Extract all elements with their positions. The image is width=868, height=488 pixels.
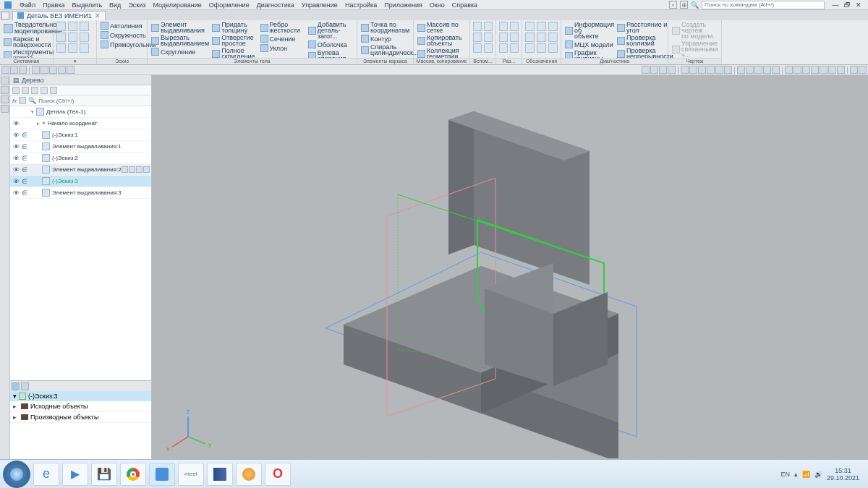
toolbar-icon[interactable] [707, 66, 715, 74]
dim-icon[interactable] [510, 22, 519, 31]
tree-item-extrude3[interactable]: 👁∈ Элемент выдавливания:3 [10, 187, 151, 199]
dim-icon[interactable] [499, 22, 508, 31]
taskbar-opera[interactable]: O [265, 463, 291, 486]
toolbar-icon[interactable] [715, 66, 723, 74]
camera-icon[interactable]: ◎ [680, 1, 688, 9]
menu-help[interactable]: Справка [450, 1, 480, 9]
rail-icon[interactable] [1, 105, 9, 113]
tree-tool-icon[interactable] [22, 87, 29, 94]
draft-button[interactable]: Уклон [259, 43, 307, 53]
menu-modeling[interactable]: Моделирование [150, 1, 203, 9]
annot-icon[interactable] [525, 22, 535, 31]
taskbar-meet[interactable]: meet [178, 463, 204, 486]
save-icon[interactable] [80, 22, 89, 31]
menu-view[interactable]: Вид [107, 1, 123, 9]
toolbar-icon[interactable] [737, 66, 745, 74]
spiral-button[interactable]: Спираль цилиндрическ... [359, 43, 411, 56]
frame-surfaces-button[interactable]: Каркас и поверхности [2, 35, 51, 48]
windows-taskbar[interactable]: e ▶ 💾 meet O EN ▴ 📶 🔊 15:31 29.10.2021 [0, 459, 868, 488]
toolbar-icon[interactable] [802, 66, 810, 74]
undo-icon[interactable] [56, 33, 66, 42]
start-button[interactable] [3, 461, 30, 488]
mini-icon[interactable] [122, 166, 128, 173]
aux-icon[interactable] [473, 22, 482, 31]
toolbar-icon[interactable] [772, 66, 780, 74]
thicken-button[interactable]: Придать толщину [210, 21, 258, 34]
toolbar-icon[interactable] [859, 66, 867, 74]
taskbar-chrome[interactable] [120, 463, 146, 486]
object-info-button[interactable]: Информация об объекте [563, 21, 616, 40]
annot-icon[interactable] [548, 22, 558, 31]
tree-tool-icon[interactable] [50, 87, 57, 94]
document-tab[interactable]: Деталь БЕЗ ИМЕНИ1 ✕ [12, 11, 106, 20]
command-search[interactable] [702, 1, 825, 9]
toolbar-icon[interactable] [763, 66, 771, 74]
mini-icon[interactable] [136, 166, 142, 173]
redo-icon[interactable] [68, 33, 77, 42]
rail-icon[interactable] [1, 95, 9, 103]
open-icon[interactable] [68, 22, 77, 31]
minimize-button[interactable]: — [830, 1, 841, 9]
autoline-button[interactable]: Автолиния [99, 21, 145, 30]
menu-window[interactable]: Окно [427, 1, 447, 9]
menu-file[interactable]: Файл [17, 1, 38, 9]
prop-row-derived[interactable]: ▸Производные объекты [10, 412, 151, 423]
menu-sketch[interactable]: Эскиз [126, 1, 148, 9]
rib-button[interactable]: Ребро жесткости [259, 21, 307, 34]
fx-icon[interactable]: fx [12, 98, 17, 104]
toolbar-icon[interactable] [32, 66, 40, 74]
layout-icon[interactable]: ▫ [669, 1, 677, 9]
fillet-button[interactable]: Скругление [150, 47, 210, 56]
tree-root[interactable]: ▾ Деталь (Тел-1) [10, 106, 151, 118]
toolbar-icon[interactable] [642, 66, 650, 74]
clock[interactable]: 15:31 29.10.2021 [827, 467, 859, 481]
menu-settings[interactable]: Настройка [343, 1, 379, 9]
toolbar-icon[interactable] [67, 66, 75, 74]
toolbar-icon[interactable] [698, 66, 706, 74]
annot-icon[interactable] [548, 43, 558, 53]
new-icon[interactable] [56, 22, 66, 31]
distance-button[interactable]: Расстояние и угол [616, 21, 675, 34]
solid-modeling-button[interactable]: Твердотельное моделирование [2, 21, 51, 35]
tree-tool-icon[interactable] [31, 87, 38, 94]
close-button[interactable]: ✕ [854, 1, 864, 9]
taskbar-ie[interactable]: e [33, 463, 59, 486]
menu-diag[interactable]: Диагностика [255, 1, 297, 9]
menu-select[interactable]: Выделить [70, 1, 105, 9]
volume-icon[interactable]: 🔊 [814, 471, 822, 478]
toolbar-icon[interactable] [49, 66, 57, 74]
toolbar-icon[interactable] [41, 66, 48, 74]
cut-extrude-button[interactable]: Вырезать выдавливанием [150, 34, 210, 47]
tree-item-sketch2[interactable]: 👁∈ (-)Эскиз:2 [10, 153, 151, 164]
prop-tab[interactable] [12, 382, 20, 390]
toolbar-icon[interactable] [837, 66, 845, 74]
mini-icon[interactable] [143, 166, 150, 173]
tree-item-extrude2[interactable]: 👁∈ Элемент выдавливания:2 [10, 164, 151, 176]
menu-manage[interactable]: Управление [299, 1, 340, 9]
tree-item-sketch3[interactable]: 👁∈ (-)Эскиз:3 [10, 176, 151, 187]
toolbar-icon[interactable] [10, 66, 18, 74]
prop-row-source[interactable]: ▸Исходные объекты [10, 401, 151, 412]
tree-search[interactable] [38, 98, 149, 104]
taskbar-kompas[interactable] [149, 463, 175, 486]
aux-icon[interactable] [484, 33, 493, 42]
annot-icon[interactable] [537, 22, 546, 31]
dim-icon[interactable] [499, 33, 508, 42]
prop-header[interactable]: ▾(-)Эскиз:3 [10, 391, 151, 401]
network-icon[interactable]: 📶 [802, 471, 810, 478]
annot-icon[interactable] [548, 33, 558, 42]
3d-viewport[interactable]: z x y [152, 75, 868, 459]
aux-icon[interactable] [473, 43, 482, 53]
toolbar-icon[interactable] [689, 66, 697, 74]
toolbar-icon[interactable] [793, 66, 801, 74]
cut-icon[interactable] [68, 43, 77, 53]
feature-tree[interactable]: ▾ Деталь (Тел-1) 👁 ▸⌖ Начало координат 👁… [10, 106, 151, 380]
shell-button[interactable]: Оболочка [307, 40, 354, 49]
annot-icon[interactable] [525, 33, 535, 42]
lang-indicator[interactable]: EN [780, 471, 790, 478]
taskbar-save[interactable]: 💾 [91, 463, 117, 486]
dim-icon[interactable] [499, 43, 508, 53]
prop-tab[interactable] [21, 382, 29, 390]
main-menu[interactable]: Файл Правка Выделить Вид Эскиз Моделиров… [17, 1, 480, 9]
aux-icon[interactable] [484, 22, 493, 31]
